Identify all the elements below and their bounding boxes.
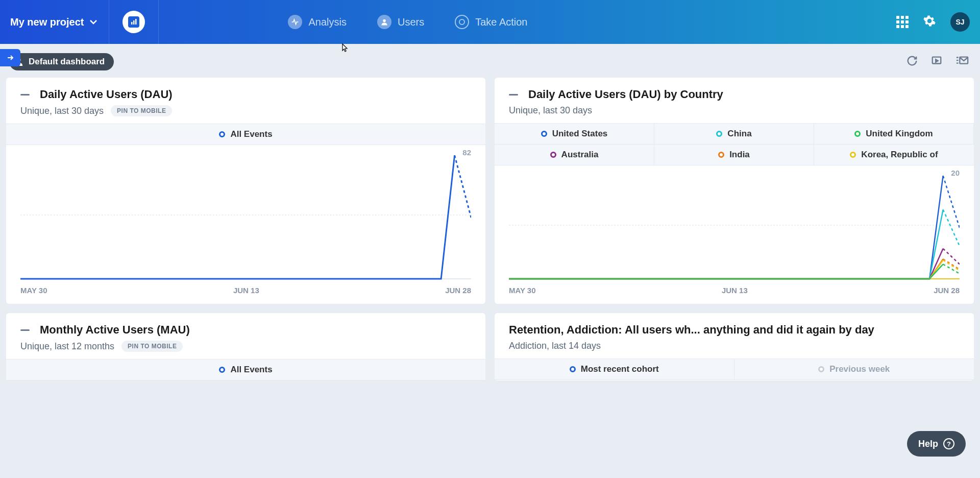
legend-label: United States	[552, 129, 608, 139]
gear-icon[interactable]	[923, 14, 936, 30]
bar-chart-icon	[128, 16, 139, 28]
logo-tab[interactable]	[122, 11, 145, 33]
legend-item[interactable]: India	[654, 144, 814, 165]
chart-x-axis: MAY 30 JUN 13 JUN 28	[6, 284, 485, 304]
x-tick: MAY 30	[20, 286, 47, 295]
legend-label: Korea, Republic of	[861, 150, 938, 160]
x-tick: JUN 28	[934, 286, 960, 295]
user-icon	[377, 15, 391, 29]
nav-label: Users	[398, 16, 424, 28]
target-icon	[455, 15, 469, 29]
y-max-label: 20	[951, 169, 960, 177]
legend-item[interactable]: Australia	[495, 144, 654, 165]
header-actions: SJ	[896, 12, 970, 32]
refresh-icon[interactable]	[906, 55, 918, 68]
avatar-initials: SJ	[955, 18, 964, 26]
help-label: Help	[918, 439, 938, 449]
card-subtitle: Addiction, last 14 days	[509, 341, 601, 351]
legend-dot-icon	[550, 152, 556, 158]
card-title: Daily Active Users (DAU) by Country	[528, 88, 723, 101]
card-header: Daily Active Users (DAU) by Country Uniq…	[495, 78, 974, 123]
pin-to-mobile-button[interactable]: PIN TO MOBILE	[111, 105, 172, 116]
chart-legend: All Events	[6, 359, 485, 380]
svg-rect-0	[131, 22, 133, 25]
nav-users[interactable]: Users	[377, 15, 424, 29]
presentation-icon[interactable]	[931, 55, 942, 68]
pin-to-mobile-button[interactable]: PIN TO MOBILE	[121, 341, 183, 352]
legend-label: India	[729, 150, 750, 160]
line-chart-type-icon	[20, 329, 30, 331]
svg-point-3	[383, 19, 386, 22]
legend-item[interactable]: All Events	[6, 360, 485, 380]
nav-label: Analysis	[308, 16, 346, 28]
card-mau: Monthly Active Users (MAU) Unique, last …	[6, 313, 485, 380]
email-icon[interactable]	[955, 55, 969, 68]
question-icon: ?	[943, 438, 954, 449]
card-title: Daily Active Users (DAU)	[40, 88, 173, 101]
chart-x-axis: MAY 30 JUN 13 JUN 28	[495, 284, 974, 304]
dashboard-toolbar: Default dashboard	[0, 44, 980, 78]
legend-dot-icon	[854, 131, 861, 137]
card-subtitle: Unique, last 30 days	[509, 105, 592, 116]
project-selector[interactable]: My new project	[10, 16, 97, 28]
line-chart-type-icon	[509, 94, 518, 95]
dashboard-cards: Daily Active Users (DAU) Unique, last 30…	[0, 78, 980, 390]
arrow-right-icon	[7, 54, 14, 61]
card-dau: Daily Active Users (DAU) Unique, last 30…	[6, 78, 485, 304]
legend-item[interactable]: All Events	[6, 124, 485, 145]
card-header: Monthly Active Users (MAU) Unique, last …	[6, 313, 485, 359]
project-name: My new project	[10, 16, 84, 28]
toolbar-actions	[906, 55, 969, 68]
help-button[interactable]: Help ?	[907, 431, 966, 457]
legend-item[interactable]: China	[654, 124, 814, 144]
nav-label: Take Action	[475, 16, 527, 28]
legend-label: Australia	[561, 150, 599, 160]
legend-label: China	[727, 129, 751, 139]
card-dau-country: Daily Active Users (DAU) by Country Uniq…	[495, 78, 974, 304]
x-tick: JUN 13	[722, 286, 748, 295]
svg-rect-1	[133, 20, 135, 25]
chart-legend: United States China United Kingdom Austr…	[495, 123, 974, 165]
legend-label: Previous week	[829, 364, 890, 374]
legend-label: United Kingdom	[866, 129, 933, 139]
card-retention: Retention, Addiction: All users wh... an…	[495, 313, 974, 380]
x-tick: MAY 30	[509, 286, 536, 295]
main-nav: Analysis Users Take Action	[288, 15, 527, 29]
card-title: Monthly Active Users (MAU)	[40, 323, 190, 337]
svg-rect-2	[135, 19, 137, 25]
pulse-icon	[288, 15, 302, 29]
legend-item[interactable]: Most recent cohort	[495, 359, 734, 379]
y-max-label: 82	[462, 148, 471, 157]
legend-dot-icon	[716, 131, 722, 137]
legend-label: Most recent cohort	[581, 364, 659, 374]
card-header: Daily Active Users (DAU) Unique, last 30…	[6, 78, 485, 124]
legend-dot-icon	[570, 366, 576, 372]
x-tick: JUN 13	[233, 286, 259, 295]
legend-item[interactable]: United Kingdom	[814, 124, 974, 144]
expand-sidebar-button[interactable]	[0, 49, 20, 66]
card-subtitle: Unique, last 30 days	[20, 106, 104, 116]
legend-dot-icon	[541, 131, 547, 137]
legend-item[interactable]: United States	[495, 124, 654, 144]
legend-item[interactable]: Korea, Republic of	[814, 144, 974, 165]
line-chart-type-icon	[20, 94, 30, 95]
legend-label: All Events	[230, 129, 272, 139]
chart-plot[interactable]: 20	[495, 165, 974, 284]
legend-dot-icon	[219, 367, 225, 373]
avatar[interactable]: SJ	[950, 12, 970, 32]
nav-analysis[interactable]: Analysis	[288, 15, 346, 29]
dashboard-selector[interactable]: Default dashboard	[9, 53, 114, 70]
dashboard-name: Default dashboard	[29, 57, 105, 67]
chevron-down-icon	[90, 19, 97, 25]
legend-label: All Events	[230, 365, 272, 375]
chart-plot[interactable]: 82	[6, 145, 485, 284]
app-header: My new project Analysis Users Take Actio…	[0, 0, 980, 44]
card-header: Retention, Addiction: All users wh... an…	[495, 313, 974, 358]
legend-dot-icon	[219, 131, 225, 137]
nav-take-action[interactable]: Take Action	[455, 15, 527, 29]
card-subtitle: Unique, last 12 months	[20, 341, 114, 352]
x-tick: JUN 28	[445, 286, 471, 295]
apps-icon[interactable]	[896, 16, 909, 28]
legend-dot-icon	[850, 152, 856, 158]
legend-item[interactable]: Previous week	[734, 359, 974, 379]
